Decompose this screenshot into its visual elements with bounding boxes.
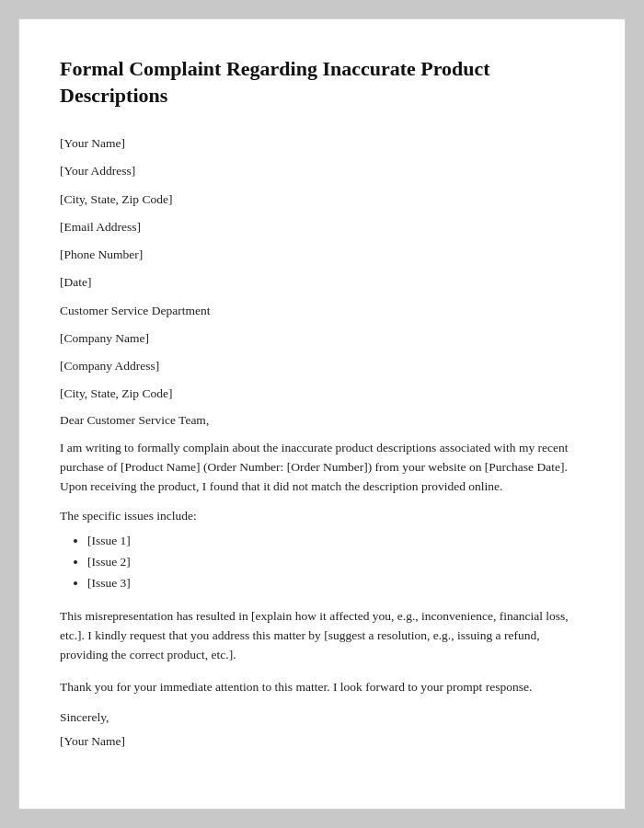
sender-address: [Your Address] [60, 162, 584, 180]
letter-title: Formal Complaint Regarding Inaccurate Pr… [60, 56, 584, 109]
body-paragraph-1: I am writing to formally complain about … [60, 439, 584, 497]
sender-address-block: [Your Name] [Your Address] [City, State,… [60, 134, 584, 293]
body-paragraph-2: This misrepresentation has resulted in [… [60, 607, 584, 665]
signature: [Your Name] [60, 734, 584, 749]
issue-item-2: [Issue 2] [87, 552, 584, 573]
recipient-company-address: [Company Address] [60, 357, 584, 375]
issues-intro: The specific issues include: [60, 509, 584, 523]
issue-item-1: [Issue 1] [87, 531, 584, 552]
issue-item-3: [Issue 3] [87, 573, 584, 594]
sender-date: [Date] [60, 273, 584, 292]
sender-phone: [Phone Number] [60, 246, 584, 264]
sender-email: [Email Address] [60, 218, 584, 236]
recipient-block: Customer Service Department [Company Nam… [60, 302, 584, 404]
closing: Sincerely, [60, 710, 584, 725]
body-paragraph-3: Thank you for your immediate attention t… [60, 678, 584, 697]
recipient-department: Customer Service Department [60, 302, 584, 320]
recipient-company-city-state-zip: [City, State, Zip Code] [60, 385, 584, 403]
sender-name: [Your Name] [60, 134, 584, 153]
sender-city-state-zip: [City, State, Zip Code] [60, 190, 584, 209]
issues-list: [Issue 1] [Issue 2] [Issue 3] [87, 531, 584, 594]
letter-document: Formal Complaint Regarding Inaccurate Pr… [18, 18, 626, 810]
salutation: Dear Customer Service Team, [60, 413, 584, 428]
recipient-company-name: [Company Name] [60, 329, 584, 348]
